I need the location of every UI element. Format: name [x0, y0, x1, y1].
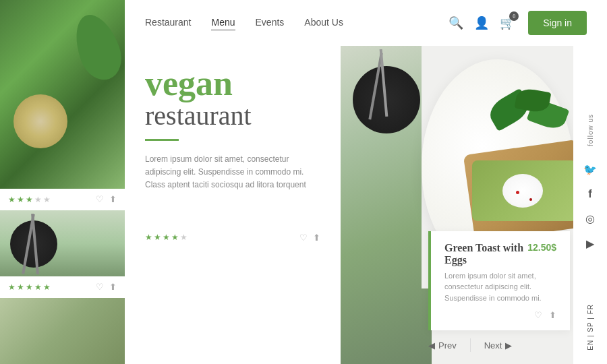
language-selector: EN | SP | FR: [573, 304, 607, 351]
egg: [502, 174, 543, 208]
hero-section: vegan restaurant Lorem ipsum dolor sit a…: [125, 46, 341, 364]
user-icon[interactable]: 👤: [474, 16, 489, 30]
navigation: Restaurant Menu Events About Us 🔍 👤 🛒 0 …: [125, 0, 607, 46]
nav-arrows: ◀ Prev Next ▶: [428, 338, 512, 352]
nav-about[interactable]: About Us: [304, 17, 343, 29]
nav-icons: 🔍 👤 🛒 0: [449, 16, 515, 30]
cart-badge: 0: [509, 11, 519, 21]
rating-bar-2: ★ ★ ★ ★ ★ ♡ ⬆: [0, 276, 125, 298]
food-heart-icon[interactable]: ♡: [534, 310, 542, 321]
stars-menu: ★ ★ ★ ★ ★: [145, 233, 187, 243]
hero-divider: [145, 139, 179, 141]
star: ★: [34, 195, 42, 205]
share-icon-2[interactable]: ⬆: [109, 282, 117, 293]
nav-divider: [470, 338, 471, 352]
instagram-icon[interactable]: ◎: [585, 212, 595, 225]
star: ★: [154, 233, 161, 243]
food-card-actions: ♡ ⬆: [444, 310, 556, 321]
bottom-food-image: [0, 298, 125, 364]
sign-in-button[interactable]: Sign in: [528, 11, 587, 35]
star: ★: [34, 282, 42, 293]
youtube-icon[interactable]: ▶: [586, 237, 594, 250]
top-food-image: [0, 0, 125, 189]
food-name: Green Toast with Eggs: [444, 242, 527, 266]
card-actions-2: ♡ ⬆: [96, 282, 117, 293]
nav-restaurant[interactable]: Restaurant: [145, 17, 191, 29]
food-info-header: Green Toast with Eggs 12.50$: [444, 242, 556, 266]
facebook-icon[interactable]: f: [588, 188, 591, 200]
food-description: Lorem ipsum dolor sit amet, consectetur …: [444, 270, 556, 304]
star: ★: [26, 195, 33, 205]
main-content: Restaurant Menu Events About Us 🔍 👤 🛒 0 …: [125, 0, 607, 364]
star: ★: [180, 233, 187, 243]
left-sidebar: ★ ★ ★ ★ ★ ♡ ⬆ ★ ★ ★ ★ ★ ♡ ⬆: [0, 0, 125, 364]
share-icon[interactable]: ⬆: [109, 194, 117, 205]
nav-links: Restaurant Menu Events About Us: [145, 17, 449, 29]
hero-title-dark: restaurant: [145, 101, 320, 131]
star: ★: [171, 233, 179, 243]
hero-description: Lorem ipsum dolor sit amet, consectetur …: [145, 153, 320, 192]
hero-title-green: vegan: [145, 66, 320, 101]
search-icon[interactable]: 🔍: [449, 16, 463, 30]
chopstick: [31, 214, 39, 274]
next-label: Next: [484, 340, 502, 351]
star: ★: [8, 195, 16, 205]
rating-bar-1: ★ ★ ★ ★ ★ ♡ ⬆: [0, 189, 125, 210]
heart-icon-menu[interactable]: ♡: [299, 233, 308, 243]
prev-button[interactable]: ◀ Prev: [428, 340, 457, 351]
next-arrow-icon: ▶: [505, 340, 512, 351]
heart-icon-2[interactable]: ♡: [96, 282, 104, 293]
language-options[interactable]: EN | SP | FR: [587, 304, 594, 351]
menu-card-rating: ★ ★ ★ ★ ★ ♡ ⬆: [145, 233, 320, 243]
menu-card-actions: ♡ ⬆: [299, 233, 320, 243]
star: ★: [163, 233, 170, 243]
star: ★: [8, 282, 16, 293]
menu-card-image: [341, 46, 432, 364]
next-button[interactable]: Next ▶: [484, 340, 513, 351]
food-share-icon[interactable]: ⬆: [549, 310, 556, 321]
stars-2: ★ ★ ★ ★ ★: [8, 282, 51, 293]
pepper-2: [529, 198, 532, 201]
prev-label: Prev: [438, 340, 457, 351]
star: ★: [17, 195, 24, 205]
twitter-icon[interactable]: 🐦: [583, 163, 597, 176]
nav-menu[interactable]: Menu: [211, 17, 235, 29]
stars-1: ★ ★ ★ ★ ★: [8, 195, 51, 205]
follow-text: follow us: [587, 114, 594, 146]
mid-food-image: [0, 210, 125, 276]
food-info-card: Green Toast with Eggs 12.50$ Lorem ipsum…: [428, 231, 570, 331]
heart-icon[interactable]: ♡: [96, 194, 104, 205]
bottom-image-wrapper: ★ ★ ★ ★ ★ ♡ ⬆ ★ ★ ★ ★ ★ ♡ ⬆: [0, 189, 125, 364]
pepper-1: [516, 191, 519, 194]
star: ★: [145, 233, 152, 243]
card-actions: ♡ ⬆: [96, 194, 117, 205]
prev-arrow-icon: ◀: [428, 340, 435, 351]
star: ★: [43, 195, 51, 205]
menu-card-image-area: [341, 46, 432, 364]
nav-events[interactable]: Events: [256, 17, 285, 29]
star: ★: [26, 282, 33, 293]
star: ★: [43, 282, 51, 293]
share-icon-menu[interactable]: ⬆: [313, 233, 320, 243]
food-price: 12.50$: [527, 242, 556, 253]
star: ★: [17, 282, 24, 293]
cart-icon[interactable]: 🛒 0: [500, 16, 515, 30]
